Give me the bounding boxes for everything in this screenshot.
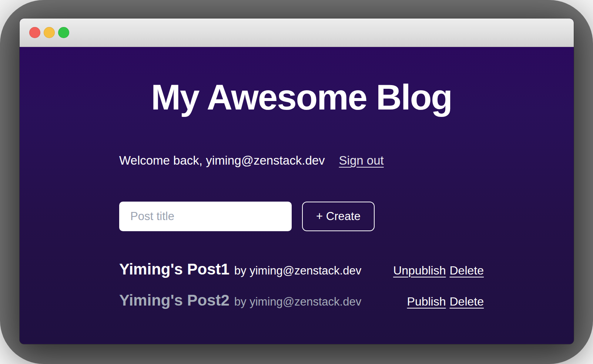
post-actions: Publish Delete bbox=[407, 292, 484, 311]
create-post-button[interactable]: + Create bbox=[302, 202, 375, 231]
post-author: by yiming@zenstack.dev bbox=[234, 262, 361, 280]
post-title: Yiming's Post2 bbox=[119, 291, 230, 310]
unpublish-link[interactable]: Unpublish bbox=[393, 261, 446, 280]
post-list: Yiming's Post1 by yiming@zenstack.dev Un… bbox=[119, 260, 484, 311]
post-title: Yiming's Post1 bbox=[119, 260, 230, 279]
traffic-lights bbox=[29, 27, 69, 38]
welcome-text: Welcome back, yiming@zenstack.dev bbox=[119, 153, 325, 168]
post-row: Yiming's Post1 by yiming@zenstack.dev Un… bbox=[119, 260, 484, 280]
window-titlebar[interactable] bbox=[20, 18, 574, 47]
minimize-button[interactable] bbox=[44, 27, 55, 38]
screenshot-canvas: My Awesome Blog Welcome back, yiming@zen… bbox=[0, 0, 593, 364]
post-author: by yiming@zenstack.dev bbox=[234, 293, 361, 311]
post-actions: Unpublish Delete bbox=[393, 261, 484, 280]
delete-link[interactable]: Delete bbox=[450, 292, 484, 311]
main-container: My Awesome Blog Welcome back, yiming@zen… bbox=[119, 47, 484, 311]
delete-link[interactable]: Delete bbox=[450, 261, 484, 280]
zoom-button[interactable] bbox=[58, 27, 69, 38]
post-row: Yiming's Post2 by yiming@zenstack.dev Pu… bbox=[119, 291, 484, 311]
create-post-form: + Create bbox=[119, 202, 484, 231]
post-title-input[interactable] bbox=[119, 202, 292, 231]
user-bar: Welcome back, yiming@zenstack.dev Sign o… bbox=[119, 153, 484, 168]
app-content: My Awesome Blog Welcome back, yiming@zen… bbox=[20, 47, 574, 344]
publish-link[interactable]: Publish bbox=[407, 292, 446, 311]
page-title: My Awesome Blog bbox=[119, 47, 484, 117]
macos-window: My Awesome Blog Welcome back, yiming@zen… bbox=[20, 18, 574, 344]
close-button[interactable] bbox=[29, 27, 40, 38]
sign-out-link[interactable]: Sign out bbox=[339, 153, 384, 168]
